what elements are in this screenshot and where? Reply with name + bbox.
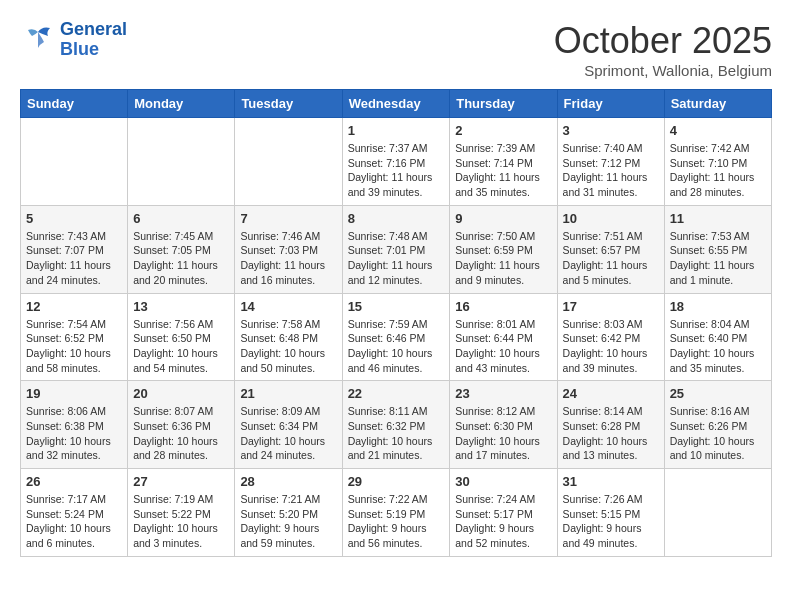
day-info: Sunrise: 8:04 AM Sunset: 6:40 PM Dayligh… — [670, 317, 766, 376]
logo: General Blue — [20, 20, 127, 60]
calendar-cell: 18Sunrise: 8:04 AM Sunset: 6:40 PM Dayli… — [664, 293, 771, 381]
day-info: Sunrise: 7:19 AM Sunset: 5:22 PM Dayligh… — [133, 492, 229, 551]
weekday-header-cell: Wednesday — [342, 90, 450, 118]
logo-text: General Blue — [60, 20, 127, 60]
day-info: Sunrise: 8:16 AM Sunset: 6:26 PM Dayligh… — [670, 404, 766, 463]
calendar-cell: 31Sunrise: 7:26 AM Sunset: 5:15 PM Dayli… — [557, 469, 664, 557]
calendar-cell — [235, 118, 342, 206]
calendar-cell: 23Sunrise: 8:12 AM Sunset: 6:30 PM Dayli… — [450, 381, 557, 469]
day-number: 22 — [348, 386, 445, 401]
calendar-week-row: 12Sunrise: 7:54 AM Sunset: 6:52 PM Dayli… — [21, 293, 772, 381]
day-info: Sunrise: 8:12 AM Sunset: 6:30 PM Dayligh… — [455, 404, 551, 463]
calendar-cell: 11Sunrise: 7:53 AM Sunset: 6:55 PM Dayli… — [664, 205, 771, 293]
day-info: Sunrise: 7:42 AM Sunset: 7:10 PM Dayligh… — [670, 141, 766, 200]
day-number: 4 — [670, 123, 766, 138]
day-number: 2 — [455, 123, 551, 138]
day-info: Sunrise: 7:22 AM Sunset: 5:19 PM Dayligh… — [348, 492, 445, 551]
calendar-cell: 27Sunrise: 7:19 AM Sunset: 5:22 PM Dayli… — [128, 469, 235, 557]
day-info: Sunrise: 7:24 AM Sunset: 5:17 PM Dayligh… — [455, 492, 551, 551]
calendar-cell: 15Sunrise: 7:59 AM Sunset: 6:46 PM Dayli… — [342, 293, 450, 381]
day-number: 12 — [26, 299, 122, 314]
calendar-cell: 25Sunrise: 8:16 AM Sunset: 6:26 PM Dayli… — [664, 381, 771, 469]
calendar-cell: 3Sunrise: 7:40 AM Sunset: 7:12 PM Daylig… — [557, 118, 664, 206]
day-number: 29 — [348, 474, 445, 489]
calendar-cell: 22Sunrise: 8:11 AM Sunset: 6:32 PM Dayli… — [342, 381, 450, 469]
day-number: 19 — [26, 386, 122, 401]
day-info: Sunrise: 7:54 AM Sunset: 6:52 PM Dayligh… — [26, 317, 122, 376]
weekday-header-cell: Friday — [557, 90, 664, 118]
calendar-cell — [128, 118, 235, 206]
calendar-week-row: 26Sunrise: 7:17 AM Sunset: 5:24 PM Dayli… — [21, 469, 772, 557]
day-number: 18 — [670, 299, 766, 314]
calendar-week-row: 5Sunrise: 7:43 AM Sunset: 7:07 PM Daylig… — [21, 205, 772, 293]
day-info: Sunrise: 7:17 AM Sunset: 5:24 PM Dayligh… — [26, 492, 122, 551]
month-title: October 2025 — [554, 20, 772, 62]
day-info: Sunrise: 8:06 AM Sunset: 6:38 PM Dayligh… — [26, 404, 122, 463]
calendar-cell: 24Sunrise: 8:14 AM Sunset: 6:28 PM Dayli… — [557, 381, 664, 469]
day-info: Sunrise: 7:43 AM Sunset: 7:07 PM Dayligh… — [26, 229, 122, 288]
calendar-cell — [664, 469, 771, 557]
day-info: Sunrise: 7:45 AM Sunset: 7:05 PM Dayligh… — [133, 229, 229, 288]
calendar-cell: 26Sunrise: 7:17 AM Sunset: 5:24 PM Dayli… — [21, 469, 128, 557]
day-info: Sunrise: 8:11 AM Sunset: 6:32 PM Dayligh… — [348, 404, 445, 463]
calendar-cell: 16Sunrise: 8:01 AM Sunset: 6:44 PM Dayli… — [450, 293, 557, 381]
day-number: 5 — [26, 211, 122, 226]
day-info: Sunrise: 7:26 AM Sunset: 5:15 PM Dayligh… — [563, 492, 659, 551]
calendar-cell: 4Sunrise: 7:42 AM Sunset: 7:10 PM Daylig… — [664, 118, 771, 206]
calendar-cell: 13Sunrise: 7:56 AM Sunset: 6:50 PM Dayli… — [128, 293, 235, 381]
day-info: Sunrise: 8:14 AM Sunset: 6:28 PM Dayligh… — [563, 404, 659, 463]
calendar-cell: 12Sunrise: 7:54 AM Sunset: 6:52 PM Dayli… — [21, 293, 128, 381]
day-number: 10 — [563, 211, 659, 226]
day-info: Sunrise: 7:59 AM Sunset: 6:46 PM Dayligh… — [348, 317, 445, 376]
day-number: 28 — [240, 474, 336, 489]
calendar-cell: 19Sunrise: 8:06 AM Sunset: 6:38 PM Dayli… — [21, 381, 128, 469]
calendar-cell: 30Sunrise: 7:24 AM Sunset: 5:17 PM Dayli… — [450, 469, 557, 557]
calendar-cell: 21Sunrise: 8:09 AM Sunset: 6:34 PM Dayli… — [235, 381, 342, 469]
day-number: 14 — [240, 299, 336, 314]
calendar-cell: 20Sunrise: 8:07 AM Sunset: 6:36 PM Dayli… — [128, 381, 235, 469]
calendar-cell: 8Sunrise: 7:48 AM Sunset: 7:01 PM Daylig… — [342, 205, 450, 293]
day-info: Sunrise: 7:21 AM Sunset: 5:20 PM Dayligh… — [240, 492, 336, 551]
day-info: Sunrise: 7:58 AM Sunset: 6:48 PM Dayligh… — [240, 317, 336, 376]
day-number: 16 — [455, 299, 551, 314]
day-number: 13 — [133, 299, 229, 314]
day-info: Sunrise: 7:40 AM Sunset: 7:12 PM Dayligh… — [563, 141, 659, 200]
day-number: 17 — [563, 299, 659, 314]
day-info: Sunrise: 7:53 AM Sunset: 6:55 PM Dayligh… — [670, 229, 766, 288]
location-subtitle: Sprimont, Wallonia, Belgium — [554, 62, 772, 79]
day-number: 1 — [348, 123, 445, 138]
day-info: Sunrise: 7:51 AM Sunset: 6:57 PM Dayligh… — [563, 229, 659, 288]
day-info: Sunrise: 7:48 AM Sunset: 7:01 PM Dayligh… — [348, 229, 445, 288]
day-number: 8 — [348, 211, 445, 226]
calendar-cell: 14Sunrise: 7:58 AM Sunset: 6:48 PM Dayli… — [235, 293, 342, 381]
day-info: Sunrise: 7:39 AM Sunset: 7:14 PM Dayligh… — [455, 141, 551, 200]
weekday-header-row: SundayMondayTuesdayWednesdayThursdayFrid… — [21, 90, 772, 118]
calendar-cell: 7Sunrise: 7:46 AM Sunset: 7:03 PM Daylig… — [235, 205, 342, 293]
weekday-header-cell: Monday — [128, 90, 235, 118]
weekday-header-cell: Thursday — [450, 90, 557, 118]
day-number: 30 — [455, 474, 551, 489]
day-info: Sunrise: 7:46 AM Sunset: 7:03 PM Dayligh… — [240, 229, 336, 288]
calendar-week-row: 19Sunrise: 8:06 AM Sunset: 6:38 PM Dayli… — [21, 381, 772, 469]
title-block: October 2025 Sprimont, Wallonia, Belgium — [554, 20, 772, 79]
day-info: Sunrise: 7:50 AM Sunset: 6:59 PM Dayligh… — [455, 229, 551, 288]
weekday-header-cell: Saturday — [664, 90, 771, 118]
calendar-cell: 2Sunrise: 7:39 AM Sunset: 7:14 PM Daylig… — [450, 118, 557, 206]
day-number: 25 — [670, 386, 766, 401]
calendar-cell: 29Sunrise: 7:22 AM Sunset: 5:19 PM Dayli… — [342, 469, 450, 557]
calendar-cell: 10Sunrise: 7:51 AM Sunset: 6:57 PM Dayli… — [557, 205, 664, 293]
calendar-table: SundayMondayTuesdayWednesdayThursdayFrid… — [20, 89, 772, 557]
weekday-header-cell: Tuesday — [235, 90, 342, 118]
calendar-cell: 1Sunrise: 7:37 AM Sunset: 7:16 PM Daylig… — [342, 118, 450, 206]
day-info: Sunrise: 7:37 AM Sunset: 7:16 PM Dayligh… — [348, 141, 445, 200]
day-info: Sunrise: 8:09 AM Sunset: 6:34 PM Dayligh… — [240, 404, 336, 463]
day-number: 11 — [670, 211, 766, 226]
weekday-header-cell: Sunday — [21, 90, 128, 118]
calendar-cell: 5Sunrise: 7:43 AM Sunset: 7:07 PM Daylig… — [21, 205, 128, 293]
page-header: General Blue October 2025 Sprimont, Wall… — [20, 20, 772, 79]
day-number: 21 — [240, 386, 336, 401]
day-number: 27 — [133, 474, 229, 489]
day-info: Sunrise: 7:56 AM Sunset: 6:50 PM Dayligh… — [133, 317, 229, 376]
day-number: 3 — [563, 123, 659, 138]
day-number: 15 — [348, 299, 445, 314]
